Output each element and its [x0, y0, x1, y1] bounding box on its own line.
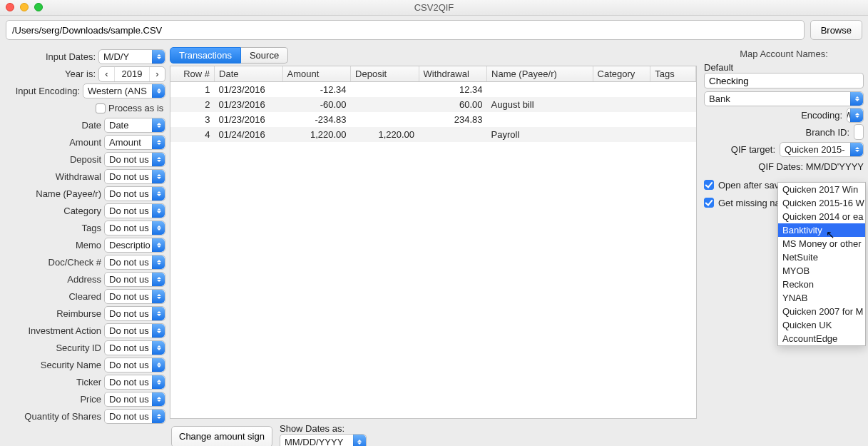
qif-target-select[interactable]: Quicken 2015-: [780, 142, 864, 157]
mapping-select-withdrawal[interactable]: Do not us: [104, 169, 165, 184]
left-panel: Input Dates: M/D/Y Year is: ‹ 2019 › Inp…: [0, 46, 170, 428]
dropdown-option[interactable]: Quicken UK: [778, 318, 865, 332]
table-row[interactable]: 201/23/2016-60.0060.00August bill: [170, 97, 696, 112]
mapping-label: Memo: [76, 240, 101, 250]
mapping-select-reimburse[interactable]: Do not us: [104, 306, 165, 321]
mapping-select-quantity-of-shares[interactable]: Do not us: [104, 409, 165, 424]
account-type-select[interactable]: Bank: [704, 91, 864, 106]
mapping-select-security-id[interactable]: Do not us: [104, 340, 165, 355]
dropdown-option[interactable]: Reckon: [778, 278, 865, 291]
mapping-select-tags[interactable]: Do not us: [104, 221, 165, 235]
chevron-updown-icon: [152, 136, 165, 149]
mapping-label: Name (Payee/r): [36, 188, 101, 199]
branch-id-label: Branch ID:: [806, 127, 849, 138]
col-header[interactable]: Date: [215, 66, 283, 82]
mapping-label: Price: [80, 394, 101, 405]
account-name-input[interactable]: [704, 73, 864, 88]
chevron-updown-icon: [353, 435, 366, 446]
dropdown-option[interactable]: AccountEdge: [778, 332, 865, 345]
chevron-updown-icon: [152, 153, 165, 166]
mapping-label: Quantity of Shares: [24, 411, 101, 422]
missing-name-checkbox[interactable]: [704, 198, 714, 208]
dropdown-option[interactable]: Quicken 2014 or ea: [778, 210, 865, 223]
table-row[interactable]: 101/23/2016-12.3412.34: [170, 82, 696, 98]
mapping-label: Security Name: [41, 360, 101, 370]
chevron-updown-icon: [850, 143, 863, 156]
file-path-input[interactable]: [6, 20, 805, 40]
mapping-label: Reimburse: [56, 308, 101, 319]
table-row[interactable]: 301/23/2016-234.83234.83: [170, 112, 696, 127]
mapping-select-investment-action[interactable]: Do not us: [104, 323, 165, 338]
chevron-updown-icon: [152, 307, 165, 320]
dropdown-option[interactable]: MYOB: [778, 264, 865, 278]
chevron-updown-icon: [152, 290, 165, 303]
dropdown-option[interactable]: NetSuite: [778, 250, 865, 264]
browse-button[interactable]: Browse: [810, 20, 862, 40]
chevron-updown-icon: [152, 341, 165, 355]
minimize-window-icon[interactable]: [20, 3, 29, 11]
chevron-updown-icon: [152, 238, 165, 252]
mapping-select-category[interactable]: Do not us: [104, 203, 165, 218]
mapping-label: Amount: [69, 137, 101, 148]
input-encoding-select[interactable]: Western (ANS: [83, 83, 165, 98]
branch-id-input[interactable]: [854, 124, 864, 140]
year-decrement[interactable]: ‹: [99, 67, 115, 81]
mapping-select-ticker[interactable]: Do not us: [104, 375, 165, 390]
mapping-select-amount[interactable]: Amount: [104, 135, 165, 150]
chevron-updown-icon: [850, 108, 863, 122]
dropdown-option[interactable]: YNAB: [778, 291, 865, 305]
tab-source[interactable]: Source: [241, 47, 288, 64]
zoom-window-icon[interactable]: [34, 3, 43, 11]
chevron-updown-icon: [152, 118, 165, 132]
dropdown-option[interactable]: Quicken 2017 Win: [778, 183, 865, 196]
mapping-select-price[interactable]: Do not us: [104, 392, 165, 407]
input-dates-select[interactable]: M/D/Y: [98, 49, 165, 64]
dropdown-option[interactable]: Banktivity: [778, 223, 865, 237]
chevron-updown-icon: [152, 375, 165, 389]
chevron-updown-icon: [152, 410, 165, 423]
mapping-label: Category: [63, 206, 101, 216]
input-dates-label: Input Dates:: [46, 51, 96, 62]
mapping-select-deposit[interactable]: Do not us: [104, 152, 165, 167]
mapping-label: Tags: [82, 223, 101, 233]
col-header[interactable]: Name (Payee/r): [487, 66, 593, 82]
col-header[interactable]: Deposit: [351, 66, 419, 82]
mapping-select-date[interactable]: Date: [104, 118, 165, 133]
process-asis-checkbox[interactable]: [96, 103, 106, 113]
mapping-select-doc-check-[interactable]: Do not us: [104, 255, 165, 270]
default-label: Default: [704, 62, 864, 73]
table-row[interactable]: 401/24/20161,220.001,220.00Payroll: [170, 127, 696, 142]
chevron-updown-icon: [152, 204, 165, 218]
mapping-select-cleared[interactable]: Do not us: [104, 289, 165, 304]
show-dates-select[interactable]: MM/DD/YYYY: [280, 434, 367, 446]
dropdown-option[interactable]: Quicken 2015-16 W: [778, 196, 865, 210]
tab-transactions[interactable]: Transactions: [170, 47, 241, 64]
mapping-select-name-payee-r-[interactable]: Do not us: [104, 186, 165, 201]
open-after-save-checkbox[interactable]: [704, 180, 714, 190]
mapping-select-security-name[interactable]: Do not us: [104, 358, 165, 372]
change-amount-sign-button[interactable]: Change amount sign: [171, 426, 272, 447]
map-accounts-title: Map Account Names:: [704, 49, 864, 59]
col-header[interactable]: Withdrawal: [419, 66, 487, 82]
col-header[interactable]: Amount: [282, 66, 351, 82]
encoding-select[interactable]: W: [847, 108, 864, 123]
qif-target-dropdown[interactable]: Quicken 2017 WinQuicken 2015-16 WQuicken…: [777, 182, 866, 346]
dropdown-option[interactable]: MS Money or other: [778, 237, 865, 250]
chevron-updown-icon: [152, 358, 165, 372]
col-header[interactable]: Category: [593, 66, 650, 82]
show-dates-label: Show Dates as:: [280, 423, 367, 434]
year-increment[interactable]: ›: [149, 67, 165, 81]
window-title: CSV2QIF: [414, 2, 454, 13]
close-window-icon[interactable]: [6, 3, 14, 11]
col-header[interactable]: Row #: [170, 66, 215, 82]
col-header[interactable]: Tags: [650, 66, 696, 82]
mapping-label: Ticker: [76, 377, 101, 387]
year-value: 2019: [115, 69, 149, 79]
chevron-updown-icon: [152, 221, 165, 235]
dropdown-option[interactable]: Quicken 2007 for M: [778, 305, 865, 318]
mapping-select-address[interactable]: Do not us: [104, 272, 165, 287]
encoding-label: Encoding:: [801, 110, 842, 121]
mapping-select-memo[interactable]: Descriptio: [104, 238, 165, 253]
tabs: Transactions Source: [170, 47, 697, 64]
year-stepper[interactable]: ‹ 2019 ›: [98, 66, 165, 82]
